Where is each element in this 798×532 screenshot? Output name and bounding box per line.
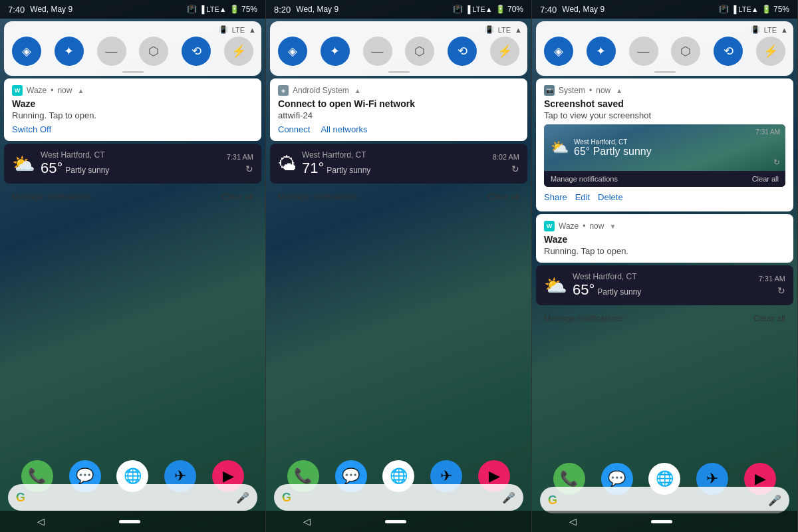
date-3: Wed, May 9 (562, 5, 604, 14)
preview-bottom-3: Manage notifications Clear all (544, 171, 785, 187)
qs-dnd-1[interactable]: — (97, 37, 126, 66)
edit-btn-3[interactable]: Edit (575, 192, 590, 202)
back-button-2[interactable]: ◁ (303, 516, 311, 527)
lte-label-3: LTE (764, 26, 777, 34)
qs-top-row-3: 📳 LTE ▲ (536, 21, 793, 34)
screenshot-preview-3[interactable]: ⛅ West Hartford, CT 65° Partly sunny 7:3… (544, 124, 785, 187)
weather-icon-2: 🌤 (278, 153, 297, 175)
time-3: 7:40 (540, 5, 557, 15)
qs-dnd-2[interactable]: — (363, 37, 392, 66)
expand-arrow-1[interactable]: ▲ (77, 87, 84, 94)
search-bar-3[interactable]: G 🎤 (540, 487, 789, 513)
notif-time-waze-1: now (57, 86, 72, 95)
back-button-1[interactable]: ◁ (37, 516, 45, 527)
clear-all-btn-2[interactable]: Clear all (487, 192, 519, 201)
android-system-notification-2[interactable]: ◈ Android System ▲ Connect to open Wi-Fi… (270, 78, 527, 141)
vibrate-qs-icon-1: 📳 (219, 25, 228, 34)
status-icons-2: 📳 ▐ LTE▲ 🔋 70% (453, 5, 523, 14)
qs-buttons-1[interactable]: ◈ ✦ — ⬡ ⟲ ⚡ (4, 34, 261, 71)
weather-refresh-3[interactable]: ↻ (777, 285, 785, 296)
notif-header-screenshot-3: 📷 System • now ▲ (544, 85, 785, 96)
notif-app-name-waze-1: Waze (27, 86, 47, 95)
qs-buttons-2[interactable]: ◈ ✦ — ⬡ ⟲ ⚡ (270, 34, 527, 71)
clear-all-btn-3[interactable]: Clear all (753, 313, 785, 323)
vibrate-icon-3: 📳 (719, 5, 729, 14)
preview-location-3: West Hartford, CT (574, 138, 652, 146)
qs-flashlight-3[interactable]: ⬡ (671, 37, 700, 66)
manage-notifications-btn-1[interactable]: Manage notifications (12, 192, 91, 201)
signal-icon-1: ▐ LTE▲ (200, 5, 227, 13)
date-2: Wed, May 9 (296, 5, 338, 14)
qs-flashlight-2[interactable]: ⬡ (405, 37, 434, 66)
delete-btn-3[interactable]: Delete (598, 192, 623, 202)
screenshot-body-3: Tap to view your screenshot (544, 110, 785, 120)
qs-wifi-3[interactable]: ◈ (544, 37, 573, 66)
all-networks-btn-2[interactable]: All networks (321, 124, 367, 134)
qs-rotate-2[interactable]: ⟲ (448, 37, 477, 66)
qs-bluetooth-3[interactable]: ✦ (587, 37, 616, 66)
manage-notifications-btn-3[interactable]: Manage notifications (544, 313, 623, 323)
weather-refresh-1[interactable]: ↻ (245, 164, 253, 174)
weather-temp-3: 65° (573, 281, 595, 299)
expand-arrow-2[interactable]: ▲ (354, 87, 361, 94)
connect-btn-2[interactable]: Connect (278, 124, 310, 134)
switch-off-btn-1[interactable]: Switch Off (12, 124, 253, 134)
qs-battery-3[interactable]: ⚡ (756, 37, 785, 66)
qs-flashlight-1[interactable]: ⬡ (139, 37, 168, 66)
lte-label-2: LTE (498, 26, 511, 34)
mic-icon-1[interactable]: 🎤 (236, 491, 249, 504)
manage-notifications-btn-2[interactable]: Manage notifications (278, 192, 357, 201)
system-app-icon-3: 📷 (544, 85, 555, 96)
time-2: 8:20 (274, 5, 291, 15)
search-bar-2[interactable]: G 🎤 (274, 484, 523, 511)
qs-rotate-3[interactable]: ⟲ (714, 37, 743, 66)
notif-app-name-system-3: System (559, 86, 585, 95)
rotate-icon-1: ⟲ (192, 44, 201, 59)
screenshot-preview-inner-3: ⛅ West Hartford, CT 65° Partly sunny 7:3… (544, 124, 785, 171)
screenshot-notification-3[interactable]: 📷 System • now ▲ Screenshot saved Tap to… (536, 78, 793, 211)
back-button-3[interactable]: ◁ (569, 516, 577, 527)
status-bar-1: 7:40 Wed, May 9 📳 ▐ LTE▲ 🔋 75% (0, 0, 265, 19)
battery-saver-icon-3: ⚡ (763, 44, 778, 59)
home-button-3[interactable] (651, 520, 672, 523)
battery-icon-1: 🔋 75% (229, 5, 257, 14)
battery-icon-2: 🔋 70% (495, 5, 523, 14)
qs-bluetooth-1[interactable]: ✦ (55, 37, 84, 66)
mic-icon-3[interactable]: 🎤 (768, 494, 781, 507)
android-app-icon-2: ◈ (278, 85, 289, 96)
preview-weather-info-3: West Hartford, CT 65° Partly sunny (574, 138, 652, 158)
notif-time-waze-3: now (589, 221, 604, 231)
waze-notification-3[interactable]: W Waze • now ▼ Waze Running. Tap to open… (536, 214, 793, 263)
weather-location-3: West Hartford, CT (573, 272, 641, 281)
nav-bar-3: ◁ (532, 511, 797, 532)
notif-app-name-android-2: Android System (293, 86, 349, 95)
home-button-1[interactable] (119, 520, 140, 523)
qs-wifi-2[interactable]: ◈ (278, 37, 307, 66)
qs-wifi-1[interactable]: ◈ (12, 37, 41, 66)
home-button-2[interactable] (385, 520, 406, 523)
qs-battery-1[interactable]: ⚡ (224, 37, 253, 66)
mic-icon-2[interactable]: 🎤 (502, 491, 515, 504)
qs-rotate-1[interactable]: ⟲ (182, 37, 211, 66)
expand-arrow-waze-3[interactable]: ▼ (609, 223, 616, 230)
qs-bluetooth-2[interactable]: ✦ (321, 37, 350, 66)
clear-all-btn-1[interactable]: Clear all (221, 192, 253, 201)
qs-buttons-3[interactable]: ◈ ✦ — ⬡ ⟲ ⚡ (536, 34, 793, 71)
flashlight-icon-3: ⬡ (680, 44, 691, 59)
waze-notification-1[interactable]: W Waze • now ▲ Waze Running. Tap to open… (4, 78, 261, 141)
qs-battery-2[interactable]: ⚡ (490, 37, 519, 66)
expand-arrow-3[interactable]: ▲ (616, 87, 622, 94)
qs-dnd-3[interactable]: — (629, 37, 658, 66)
shade-bottom-1: Manage notifications Clear all (4, 186, 261, 207)
search-bar-1[interactable]: G 🎤 (8, 484, 257, 511)
weather-refresh-2[interactable]: ↻ (511, 164, 519, 174)
weather-widget-1[interactable]: ⛅ West Hartford, CT 65° Partly sunny 7:3… (4, 144, 261, 184)
share-btn-3[interactable]: Share (544, 192, 567, 202)
vibrate-qs-icon-3: 📳 (751, 25, 760, 34)
weather-info-3: West Hartford, CT 65° Partly sunny (573, 272, 641, 299)
weather-temp-2: 71° (302, 160, 324, 177)
weather-widget-3[interactable]: ⛅ West Hartford, CT 65° Partly sunny 7:3… (536, 265, 793, 305)
weather-widget-2[interactable]: 🌤 West Hartford, CT 71° Partly sunny 8:0… (270, 144, 527, 184)
weather-condition-3: Partly sunny (597, 287, 641, 297)
wifi-icon-1: ◈ (22, 44, 31, 59)
